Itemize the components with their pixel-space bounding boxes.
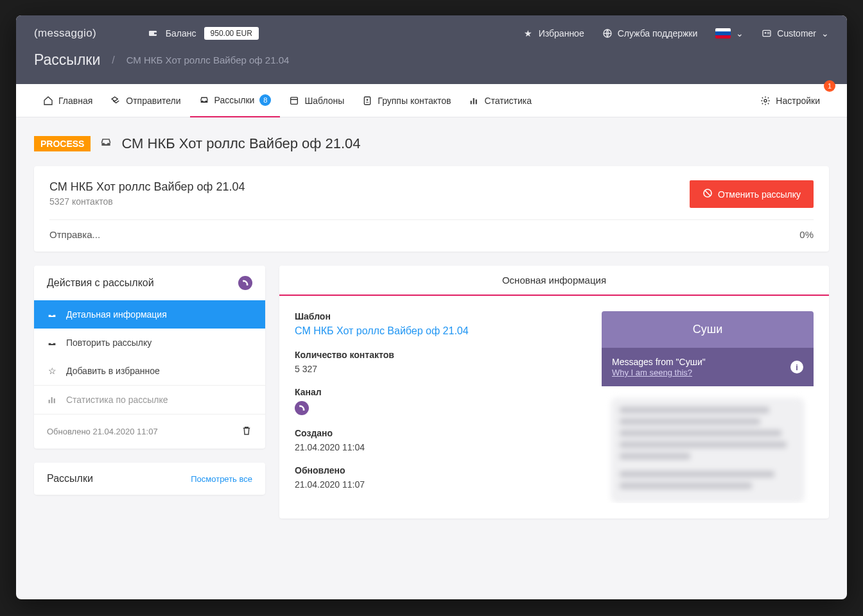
count-label: Количество контактов [295, 350, 588, 360]
star-icon: ☆ [47, 366, 57, 376]
viber-icon [295, 401, 309, 415]
inbox-icon [47, 338, 57, 348]
breadcrumb-current: СМ НКБ Хот роллс Вайбер оф 21.04 [126, 55, 290, 65]
template-icon [289, 96, 299, 106]
svg-rect-11 [471, 101, 472, 104]
breadcrumb: Рассылки / СМ НКБ Хот роллс Вайбер оф 21… [16, 51, 847, 84]
support-link[interactable]: Служба поддержки [602, 28, 698, 38]
message-preview: Суши Messages from "Суши" Why I am seeng… [602, 311, 814, 503]
gear-icon [760, 96, 771, 106]
tags-icon [110, 96, 121, 106]
favorites-link[interactable]: ★ Избранное [523, 28, 584, 38]
inbox-icon [199, 95, 209, 105]
info-panel: Основная информация Шаблон СМ НКБ Хот ро… [279, 266, 829, 518]
action-detail[interactable]: Детальная информация [34, 300, 265, 329]
top-bar: (messaggio) Баланс 950.00 EUR ★ Избранно… [16, 15, 847, 51]
svg-point-14 [764, 99, 767, 102]
svg-rect-19 [54, 398, 55, 403]
svg-rect-17 [49, 400, 50, 403]
contacts-count: 5327 контактов [49, 196, 245, 207]
campaign-title: СМ НКБ Хот роллс Вайбер оф 21.04 [49, 180, 245, 194]
nav-senders[interactable]: Отправители [101, 84, 189, 117]
inbox-icon [47, 309, 57, 320]
viber-icon [238, 276, 252, 290]
svg-line-16 [705, 191, 710, 196]
campaigns-badge: 8 [259, 94, 271, 106]
campaigns-panel: Рассылки Посмотреть все [34, 463, 265, 495]
language-selector[interactable]: ⌄ [715, 28, 744, 38]
svg-rect-1 [154, 33, 157, 35]
globe-icon [602, 28, 613, 38]
preview-sender: Суши [602, 311, 814, 348]
tab-main-info[interactable]: Основная информация [489, 266, 619, 295]
created-value: 21.04.2020 11:04 [295, 442, 588, 452]
main-nav: Главная Отправители Рассылки 8 Шаблоны Г… [16, 84, 847, 117]
template-link[interactable]: СМ НКБ Хот роллс Вайбер оф 21.04 [295, 325, 469, 336]
chart-icon [469, 96, 479, 106]
actions-title: Действия с рассылкой [47, 277, 154, 289]
svg-rect-5 [767, 32, 770, 33]
action-repeat[interactable]: Повторить рассылку [34, 329, 265, 357]
updated-at: Обновлено 21.04.2020 11:07 [47, 427, 158, 436]
delete-button[interactable] [241, 425, 252, 438]
svg-point-4 [765, 32, 767, 34]
cancel-icon [702, 188, 713, 200]
logo: (messaggio) [34, 27, 96, 40]
breadcrumb-root[interactable]: Рассылки [34, 51, 100, 69]
inbox-icon [100, 136, 112, 151]
flag-ru-icon [715, 28, 731, 38]
status-badge: PROCESS [34, 136, 91, 151]
id-card-icon [762, 28, 772, 38]
sending-pct: 0% [799, 229, 814, 240]
summary-card: СМ НКБ Хот роллс Вайбер оф 21.04 5327 ко… [34, 166, 829, 252]
svg-rect-6 [767, 33, 770, 34]
info-icon[interactable]: i [790, 361, 803, 373]
svg-rect-12 [473, 98, 475, 104]
action-favorite[interactable]: ☆ Добавить в избранное [34, 357, 265, 385]
contacts-icon [362, 96, 372, 106]
balance-amount: 950.00 EUR [204, 27, 259, 40]
nav-settings[interactable]: Настройки 1 [751, 84, 829, 117]
star-icon: ★ [523, 28, 534, 38]
why-seeing-link[interactable]: Why I am seeng this? [612, 368, 692, 377]
preview-from: Messages from "Суши" [612, 357, 706, 367]
updated-label: Обновлено [295, 465, 588, 475]
updated-value: 21.04.2020 11:07 [295, 479, 588, 490]
nav-groups[interactable]: Группы контактов [353, 84, 460, 117]
actions-panel: Действия с рассылкой Детальная информаци… [34, 266, 265, 449]
svg-rect-13 [476, 99, 477, 104]
home-icon [43, 96, 53, 106]
page-title: СМ НКБ Хот роллс Вайбер оф 21.04 [121, 135, 360, 152]
count-value: 5 327 [295, 364, 588, 374]
nav-templates[interactable]: Шаблоны [280, 84, 353, 117]
balance[interactable]: Баланс 950.00 EUR [148, 27, 259, 40]
wallet-icon [148, 28, 158, 38]
action-stats[interactable]: Статистика по рассылке [34, 385, 265, 414]
settings-badge: 1 [824, 80, 835, 92]
nav-stats[interactable]: Статистика [460, 84, 541, 117]
customer-menu[interactable]: Customer ⌄ [762, 28, 829, 38]
chart-icon [47, 395, 57, 405]
template-label: Шаблон [295, 311, 588, 321]
svg-rect-18 [51, 397, 53, 403]
created-label: Создано [295, 428, 588, 438]
view-all-link[interactable]: Посмотреть все [191, 474, 252, 484]
chevron-down-icon: ⌄ [736, 28, 744, 38]
svg-rect-7 [291, 97, 298, 104]
channel-label: Канал [295, 387, 588, 397]
nav-home[interactable]: Главная [34, 84, 101, 117]
cancel-button[interactable]: Отменить рассылку [690, 180, 814, 208]
balance-label: Баланс [166, 28, 196, 38]
chevron-down-icon: ⌄ [821, 28, 829, 38]
svg-point-10 [367, 99, 369, 101]
campaigns-title: Рассылки [47, 473, 93, 484]
message-bubble [611, 398, 805, 503]
nav-campaigns[interactable]: Рассылки 8 [190, 84, 281, 117]
page-header: PROCESS СМ НКБ Хот роллс Вайбер оф 21.04 [34, 135, 829, 152]
sending-label: Отправка... [49, 229, 100, 240]
